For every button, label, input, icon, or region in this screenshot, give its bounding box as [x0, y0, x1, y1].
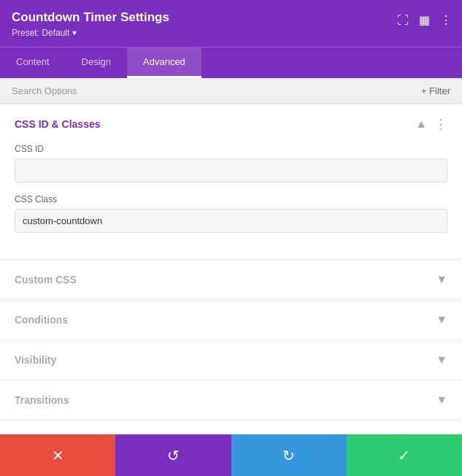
undo-button[interactable]: ↺ — [115, 434, 231, 476]
redo-button[interactable]: ↻ — [231, 434, 347, 476]
header-title: Countdown Timer Settings — [12, 10, 450, 25]
section-css-id-classes: CSS ID & Classes ▲ ⋮ CSS ID CSS Class — [0, 104, 462, 260]
toolbar: ✕ ↺ ↻ ✓ — [0, 434, 462, 476]
section-custom-css-title: Custom CSS — [15, 274, 77, 285]
section-conditions: Conditions ▼ — [0, 300, 462, 340]
section-visibility: Visibility ▼ — [0, 340, 462, 380]
section-transitions-title: Transitions — [15, 394, 69, 406]
cancel-button[interactable]: ✕ — [0, 434, 115, 476]
expand-transitions-icon[interactable]: ▼ — [436, 394, 447, 407]
section-css-id-classes-header[interactable]: CSS ID & Classes ▲ ⋮ — [0, 104, 462, 144]
section-transitions-header[interactable]: Transitions ▼ — [0, 380, 462, 420]
tab-content[interactable]: Content — [0, 47, 66, 78]
search-options-label: Search Options — [12, 85, 77, 96]
field-group-css-id: CSS ID — [15, 144, 447, 183]
collapse-icon[interactable]: ▲ — [415, 118, 427, 131]
save-button[interactable]: ✓ — [347, 434, 462, 476]
header-icons: ⛶ ▦ ⋮ — [397, 13, 452, 27]
section-transitions: Transitions ▼ — [0, 380, 462, 421]
expand-visibility-icon[interactable]: ▼ — [436, 353, 447, 366]
section-css-id-classes-actions: ▲ ⋮ — [415, 118, 447, 131]
section-custom-css-header[interactable]: Custom CSS ▼ — [0, 260, 462, 299]
expand-conditions-icon[interactable]: ▼ — [436, 313, 447, 326]
section-more-icon[interactable]: ⋮ — [434, 118, 447, 131]
section-css-id-classes-title: CSS ID & Classes — [15, 118, 101, 130]
main-content: CSS ID & Classes ▲ ⋮ CSS ID CSS Class Cu… — [0, 104, 462, 448]
css-id-label: CSS ID — [15, 144, 447, 154]
tab-design[interactable]: Design — [66, 47, 127, 78]
section-conditions-title: Conditions — [15, 314, 68, 326]
header-preset: Preset: Default ▾ — [12, 28, 450, 38]
header: Countdown Timer Settings Preset: Default… — [0, 0, 462, 47]
expand-custom-css-icon[interactable]: ▼ — [436, 273, 447, 286]
tab-advanced[interactable]: Advanced — [127, 47, 201, 78]
section-css-id-classes-content: CSS ID CSS Class — [0, 144, 462, 259]
section-custom-css: Custom CSS ▼ — [0, 260, 462, 300]
field-group-css-class: CSS Class — [15, 194, 447, 233]
css-class-input[interactable] — [15, 209, 447, 233]
tabs-bar: Content Design Advanced — [0, 47, 462, 78]
layout-icon[interactable]: ▦ — [419, 13, 430, 27]
css-id-input[interactable] — [15, 158, 447, 183]
section-visibility-title: Visibility — [15, 354, 56, 366]
section-conditions-header[interactable]: Conditions ▼ — [0, 300, 462, 339]
search-bar: Search Options + Filter — [0, 78, 462, 104]
fullscreen-icon[interactable]: ⛶ — [397, 14, 409, 27]
css-class-label: CSS Class — [15, 194, 447, 204]
filter-button[interactable]: + Filter — [421, 85, 450, 96]
section-visibility-header[interactable]: Visibility ▼ — [0, 340, 462, 380]
more-options-icon[interactable]: ⋮ — [440, 13, 452, 27]
